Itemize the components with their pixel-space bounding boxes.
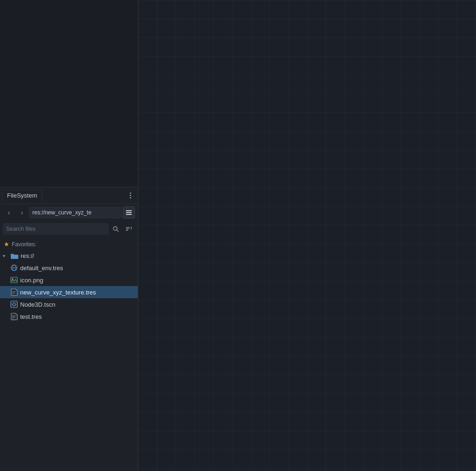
- sort-icon: [126, 226, 132, 232]
- back-button[interactable]: ‹: [3, 206, 15, 219]
- favorites-label: Favorites:: [12, 241, 37, 248]
- image-icon: [10, 276, 18, 284]
- search-button[interactable]: [110, 223, 122, 235]
- sort-button[interactable]: [123, 223, 135, 235]
- test-file-icon: [10, 313, 18, 320]
- tree-item-new-curve-label: new_curve_xyz_texture.tres: [20, 289, 134, 296]
- svg-point-18: [14, 302, 15, 303]
- svg-line-4: [117, 230, 119, 232]
- list-view-icon: [126, 209, 132, 216]
- tab-filesystem[interactable]: FileSystem: [2, 189, 42, 202]
- filesystem-panel: FileSystem ‹ › res://new_curve_xyz_te: [0, 187, 138, 471]
- favorites-header: ★ Favorites:: [0, 239, 138, 250]
- tree-item-test-tres[interactable]: test.tres: [0, 310, 138, 323]
- svg-point-3: [113, 227, 117, 230]
- forward-button[interactable]: ›: [16, 206, 28, 219]
- search-icon: [112, 226, 119, 232]
- svg-rect-1: [126, 212, 132, 213]
- tab-filesystem-label: FileSystem: [7, 192, 37, 199]
- favorites-star-icon: ★: [4, 241, 9, 248]
- top-viewport-area: [0, 0, 138, 187]
- tab-more-button[interactable]: [125, 190, 136, 201]
- search-input-wrap: [3, 223, 109, 235]
- folder-icon: [11, 252, 18, 259]
- expand-arrow-icon: ▾: [3, 253, 8, 258]
- tree-item-icon-png-label: icon.png: [20, 277, 134, 284]
- search-row: [0, 221, 138, 237]
- tree-item-node3d-label: Node3D.tscn: [20, 301, 134, 308]
- file-tree: ★ Favorites: ▾ res://: [0, 237, 138, 471]
- svg-rect-2: [126, 214, 132, 215]
- forward-icon: ›: [21, 209, 23, 216]
- tree-item-res-label: res://: [21, 252, 134, 259]
- globe-icon: [10, 264, 18, 272]
- right-panel: [138, 0, 476, 471]
- grid-canvas[interactable]: [138, 0, 476, 471]
- svg-rect-0: [126, 210, 132, 211]
- tree-item-res[interactable]: ▾ res://: [0, 250, 138, 262]
- tab-bar: FileSystem: [0, 187, 138, 204]
- three-dots-icon: [130, 192, 131, 199]
- search-input[interactable]: [3, 223, 109, 235]
- toolbar-row: ‹ › res://new_curve_xyz_te: [0, 204, 138, 221]
- tree-item-default-env[interactable]: default_env.tres: [0, 262, 138, 274]
- svg-point-21: [15, 304, 16, 305]
- left-panel: FileSystem ‹ › res://new_curve_xyz_te: [0, 0, 138, 471]
- resource-file-icon: [10, 288, 18, 296]
- tree-item-test-tres-label: test.tres: [20, 313, 134, 320]
- svg-point-20: [12, 304, 13, 305]
- svg-point-12: [12, 279, 14, 280]
- tree-item-new-curve[interactable]: new_curve_xyz_texture.tres: [0, 286, 138, 298]
- svg-rect-11: [11, 277, 17, 283]
- tree-item-node3d[interactable]: Node3D.tscn: [0, 298, 138, 310]
- tree-item-icon-png[interactable]: icon.png: [0, 274, 138, 286]
- svg-point-19: [14, 306, 15, 307]
- back-icon: ‹: [8, 209, 10, 216]
- tree-item-default-env-label: default_env.tres: [20, 265, 134, 272]
- path-display: res://new_curve_xyz_te: [29, 207, 122, 218]
- scene-icon: [10, 301, 18, 308]
- display-toggle-button[interactable]: [123, 206, 135, 219]
